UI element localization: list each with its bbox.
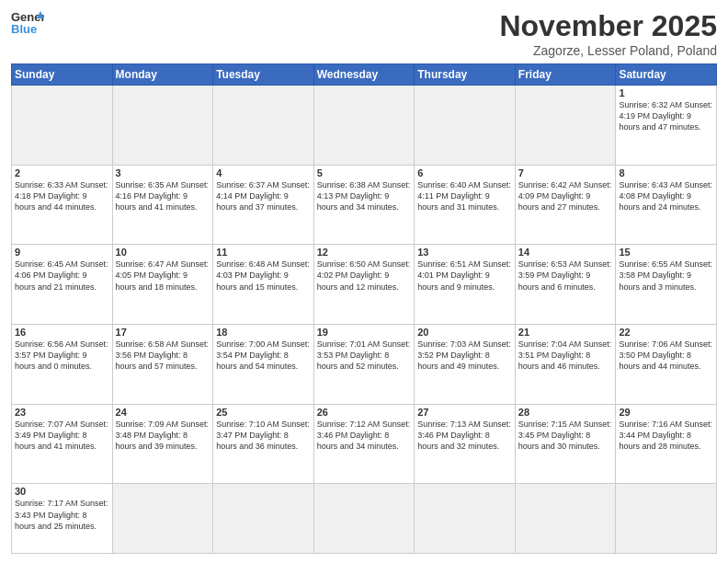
table-row: 11Sunrise: 6:48 AM Sunset: 4:03 PM Dayli… [213, 245, 314, 325]
table-row: 7Sunrise: 6:42 AM Sunset: 4:09 PM Daylig… [515, 165, 616, 245]
cell-info: Sunrise: 6:53 AM Sunset: 3:59 PM Dayligh… [518, 259, 613, 292]
cell-info: Sunrise: 7:13 AM Sunset: 3:46 PM Dayligh… [417, 419, 512, 452]
table-row [515, 86, 616, 166]
table-row: 18Sunrise: 7:00 AM Sunset: 3:54 PM Dayli… [213, 325, 314, 405]
table-row: 6Sunrise: 6:40 AM Sunset: 4:11 PM Daylig… [415, 165, 516, 245]
day-number: 12 [317, 247, 412, 258]
day-number: 27 [417, 407, 512, 418]
table-row [415, 484, 516, 554]
table-row: 17Sunrise: 6:58 AM Sunset: 3:56 PM Dayli… [112, 325, 213, 405]
day-number: 28 [518, 407, 613, 418]
table-row: 26Sunrise: 7:12 AM Sunset: 3:46 PM Dayli… [313, 404, 415, 484]
cell-info: Sunrise: 7:15 AM Sunset: 3:45 PM Dayligh… [518, 419, 613, 452]
cell-info: Sunrise: 7:06 AM Sunset: 3:50 PM Dayligh… [619, 339, 713, 372]
logo-icon: General Blue [11, 9, 44, 35]
table-row [112, 484, 213, 554]
table-row: 20Sunrise: 7:03 AM Sunset: 3:52 PM Dayli… [415, 325, 516, 405]
location: Zagorze, Lesser Poland, Poland [499, 43, 717, 58]
table-row: 21Sunrise: 7:04 AM Sunset: 3:51 PM Dayli… [515, 325, 616, 405]
cell-info: Sunrise: 6:32 AM Sunset: 4:19 PM Dayligh… [619, 99, 713, 132]
day-number: 21 [518, 327, 613, 338]
cell-info: Sunrise: 7:04 AM Sunset: 3:51 PM Dayligh… [518, 339, 613, 372]
col-friday: Friday [515, 64, 616, 86]
day-number: 1 [619, 87, 713, 98]
day-number: 22 [619, 327, 713, 338]
table-row [415, 86, 516, 166]
cell-info: Sunrise: 6:38 AM Sunset: 4:13 PM Dayligh… [317, 179, 412, 213]
page: General Blue November 2025 Zagorze, Less… [0, 0, 728, 563]
day-number: 17 [116, 327, 210, 338]
table-row: 5Sunrise: 6:38 AM Sunset: 4:13 PM Daylig… [313, 165, 415, 245]
day-number: 18 [216, 327, 311, 338]
cell-info: Sunrise: 6:50 AM Sunset: 4:02 PM Dayligh… [317, 259, 412, 292]
day-number: 5 [317, 167, 412, 178]
cell-info: Sunrise: 6:58 AM Sunset: 3:56 PM Dayligh… [116, 339, 210, 372]
col-tuesday: Tuesday [213, 64, 314, 86]
month-title: November 2025 [499, 9, 717, 43]
day-number: 16 [15, 327, 109, 338]
cell-info: Sunrise: 6:56 AM Sunset: 3:57 PM Dayligh… [15, 339, 109, 372]
table-row: 12Sunrise: 6:50 AM Sunset: 4:02 PM Dayli… [313, 245, 415, 325]
table-row [313, 484, 415, 554]
cell-info: Sunrise: 6:37 AM Sunset: 4:14 PM Dayligh… [216, 179, 311, 213]
day-number: 19 [317, 327, 412, 338]
day-number: 15 [619, 247, 713, 258]
cell-info: Sunrise: 7:17 AM Sunset: 3:43 PM Dayligh… [15, 498, 109, 531]
table-row: 3Sunrise: 6:35 AM Sunset: 4:16 PM Daylig… [112, 165, 213, 245]
day-number: 25 [216, 407, 311, 418]
cell-info: Sunrise: 6:55 AM Sunset: 3:58 PM Dayligh… [619, 259, 713, 292]
cell-info: Sunrise: 7:10 AM Sunset: 3:47 PM Dayligh… [216, 419, 311, 452]
table-row: 29Sunrise: 7:16 AM Sunset: 3:44 PM Dayli… [616, 404, 717, 484]
table-row: 23Sunrise: 7:07 AM Sunset: 3:49 PM Dayli… [12, 404, 113, 484]
table-row: 28Sunrise: 7:15 AM Sunset: 3:45 PM Dayli… [515, 404, 616, 484]
day-number: 9 [15, 247, 109, 258]
table-row: 2Sunrise: 6:33 AM Sunset: 4:18 PM Daylig… [12, 165, 113, 245]
cell-info: Sunrise: 7:07 AM Sunset: 3:49 PM Dayligh… [15, 419, 109, 452]
cell-info: Sunrise: 7:00 AM Sunset: 3:54 PM Dayligh… [216, 339, 311, 372]
table-row [213, 86, 314, 166]
table-row: 16Sunrise: 6:56 AM Sunset: 3:57 PM Dayli… [12, 325, 113, 405]
day-number: 20 [417, 327, 512, 338]
calendar-table: Sunday Monday Tuesday Wednesday Thursday… [11, 63, 717, 554]
cell-info: Sunrise: 7:12 AM Sunset: 3:46 PM Dayligh… [317, 419, 412, 452]
table-row [515, 484, 616, 554]
table-row: 1Sunrise: 6:32 AM Sunset: 4:19 PM Daylig… [616, 86, 717, 166]
table-row: 4Sunrise: 6:37 AM Sunset: 4:14 PM Daylig… [213, 165, 314, 245]
cell-info: Sunrise: 6:51 AM Sunset: 4:01 PM Dayligh… [417, 259, 512, 292]
col-monday: Monday [112, 64, 213, 86]
day-number: 23 [15, 407, 109, 418]
day-number: 6 [417, 167, 512, 178]
day-number: 8 [619, 167, 713, 178]
table-row: 14Sunrise: 6:53 AM Sunset: 3:59 PM Dayli… [515, 245, 616, 325]
table-row: 13Sunrise: 6:51 AM Sunset: 4:01 PM Dayli… [415, 245, 516, 325]
cell-info: Sunrise: 6:43 AM Sunset: 4:08 PM Dayligh… [619, 179, 713, 213]
day-number: 26 [317, 407, 412, 418]
day-number: 30 [15, 486, 109, 497]
cell-info: Sunrise: 7:09 AM Sunset: 3:48 PM Dayligh… [116, 419, 210, 452]
day-number: 29 [619, 407, 713, 418]
cell-info: Sunrise: 7:03 AM Sunset: 3:52 PM Dayligh… [417, 339, 512, 372]
logo: General Blue [11, 9, 44, 35]
cell-info: Sunrise: 6:35 AM Sunset: 4:16 PM Dayligh… [116, 179, 210, 213]
table-row [12, 86, 113, 166]
day-number: 3 [116, 167, 210, 178]
cell-info: Sunrise: 6:45 AM Sunset: 4:06 PM Dayligh… [15, 259, 109, 292]
day-number: 14 [518, 247, 613, 258]
table-row: 10Sunrise: 6:47 AM Sunset: 4:05 PM Dayli… [112, 245, 213, 325]
table-row [112, 86, 213, 166]
table-row: 22Sunrise: 7:06 AM Sunset: 3:50 PM Dayli… [616, 325, 717, 405]
calendar-header-row: Sunday Monday Tuesday Wednesday Thursday… [12, 64, 717, 86]
cell-info: Sunrise: 6:40 AM Sunset: 4:11 PM Dayligh… [417, 179, 512, 213]
table-row: 9Sunrise: 6:45 AM Sunset: 4:06 PM Daylig… [12, 245, 113, 325]
cell-info: Sunrise: 6:42 AM Sunset: 4:09 PM Dayligh… [518, 179, 613, 213]
table-row: 8Sunrise: 6:43 AM Sunset: 4:08 PM Daylig… [616, 165, 717, 245]
cell-info: Sunrise: 6:33 AM Sunset: 4:18 PM Dayligh… [15, 179, 109, 213]
cell-info: Sunrise: 6:48 AM Sunset: 4:03 PM Dayligh… [216, 259, 311, 292]
header: General Blue November 2025 Zagorze, Less… [11, 9, 717, 58]
day-number: 4 [216, 167, 311, 178]
day-number: 11 [216, 247, 311, 258]
cell-info: Sunrise: 6:47 AM Sunset: 4:05 PM Dayligh… [116, 259, 210, 292]
day-number: 24 [116, 407, 210, 418]
cell-info: Sunrise: 7:16 AM Sunset: 3:44 PM Dayligh… [619, 419, 713, 452]
table-row: 15Sunrise: 6:55 AM Sunset: 3:58 PM Dayli… [616, 245, 717, 325]
